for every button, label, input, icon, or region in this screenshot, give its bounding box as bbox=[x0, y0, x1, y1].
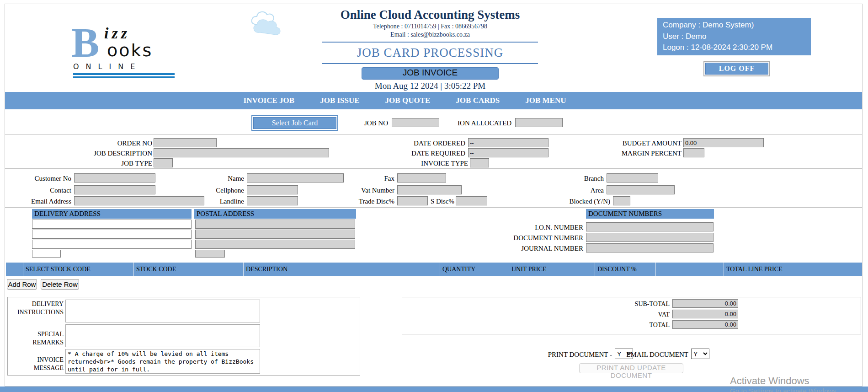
total-input[interactable] bbox=[672, 320, 738, 329]
stock-col-stock-code: STOCK CODE bbox=[134, 263, 244, 276]
invoice-message-textarea[interactable]: * A charge of 10% will be levied on all … bbox=[65, 349, 260, 374]
order-no-input[interactable] bbox=[154, 138, 217, 147]
s-disc-label: S Disc% bbox=[428, 198, 454, 205]
delete-row-button[interactable]: Delete Row bbox=[41, 279, 79, 290]
customer-no-input[interactable] bbox=[74, 173, 155, 183]
main-navbar: INVOICE JOB JOB ISSUE JOB QUOTE JOB CARD… bbox=[5, 92, 862, 109]
postal-address-line3-input[interactable] bbox=[195, 240, 355, 249]
postal-address-line1-input[interactable] bbox=[195, 220, 355, 229]
journal-number-label: JOURNAL NUMBER bbox=[492, 245, 583, 252]
ion-number-label: I.O.N. NUMBER bbox=[492, 224, 583, 231]
document-number-label: DOCUMENT NUMBER bbox=[492, 234, 583, 242]
delivery-address-line3-input[interactable] bbox=[32, 240, 192, 249]
current-datetime: Mon Aug 12 2024 | 3:05:22 PM bbox=[266, 81, 595, 91]
job-type-label: JOB TYPE bbox=[74, 160, 152, 167]
delivery-instructions-textarea[interactable] bbox=[65, 300, 260, 322]
nav-job-quote[interactable]: JOB QUOTE bbox=[385, 96, 431, 105]
activate-windows-watermark: Activate Windows bbox=[730, 375, 809, 387]
area-input[interactable] bbox=[607, 185, 675, 194]
vat-input[interactable] bbox=[672, 310, 738, 318]
trade-disc-label: Trade Disc% bbox=[349, 198, 394, 205]
stock-col-end-spacer bbox=[833, 263, 862, 276]
invoice-type-input[interactable] bbox=[470, 158, 489, 167]
postal-code-input[interactable] bbox=[195, 250, 225, 258]
fax-label: Fax bbox=[352, 175, 394, 183]
divider-line bbox=[322, 63, 538, 64]
stock-col-select-stock-code: SELECT STOCK CODE bbox=[23, 263, 134, 276]
journal-number-input[interactable] bbox=[586, 243, 714, 252]
doc-type-banner: JOB INVOICE bbox=[362, 67, 499, 80]
ion-allocated-input[interactable] bbox=[515, 118, 563, 127]
contact-line: Telephone : 0711014759 | Fax : 086695679… bbox=[266, 23, 595, 30]
date-required-input[interactable] bbox=[468, 148, 548, 157]
delivery-address-header: DELIVERY ADDRESS bbox=[32, 209, 192, 219]
app-title: Online Cloud Accounting Systems bbox=[266, 8, 595, 22]
margin-percent-input[interactable] bbox=[683, 148, 704, 157]
logo-letter-b: B bbox=[71, 18, 99, 67]
budget-amount-label: BUDGET AMOUNT bbox=[607, 140, 682, 147]
customer-section: Customer No Name Fax Branch Contact Cell… bbox=[5, 169, 862, 207]
document-number-input[interactable] bbox=[586, 233, 714, 242]
totals-box: SUB-TOTAL VAT TOTAL bbox=[402, 297, 861, 334]
log-off-label: LOG OFF bbox=[705, 63, 768, 75]
ion-number-input[interactable] bbox=[586, 222, 714, 231]
email-line: Email : sales@bizzbooks.co.za bbox=[266, 31, 595, 38]
nav-job-cards[interactable]: JOB CARDS bbox=[456, 96, 500, 105]
nav-job-menu[interactable]: JOB MENU bbox=[525, 96, 566, 105]
subtotal-input[interactable] bbox=[672, 299, 738, 308]
logo-izz: izz bbox=[104, 25, 130, 42]
session-logon: Logon : 12-08-2024 2:30:20 PM bbox=[663, 42, 805, 54]
delivery-address-line1-input[interactable] bbox=[32, 220, 192, 229]
delivery-instructions-label: DELIVERY INSTRUCTIONS bbox=[12, 300, 64, 317]
job-type-input[interactable] bbox=[154, 158, 173, 167]
postal-address-line2-input[interactable] bbox=[195, 230, 355, 239]
stock-col-select-cell bbox=[6, 263, 23, 276]
logo-online: ONLINE bbox=[73, 62, 142, 71]
activate-windows-subtext: Go to Settings to activate Windows bbox=[730, 387, 836, 392]
divider-line bbox=[322, 42, 538, 43]
branch-label: Branch bbox=[558, 175, 604, 183]
vat-number-label: Vat Number bbox=[352, 187, 394, 194]
cellphone-label: Cellphone bbox=[188, 187, 244, 194]
log-off-button[interactable]: LOG OFF bbox=[703, 61, 770, 76]
name-input[interactable] bbox=[247, 173, 344, 183]
nav-invoice-job[interactable]: INVOICE JOB bbox=[244, 96, 295, 105]
special-remarks-textarea[interactable] bbox=[65, 324, 260, 347]
job-no-input[interactable] bbox=[392, 118, 439, 127]
print-and-update-button[interactable]: PRINT AND UPDATE DOCUMENT bbox=[579, 363, 683, 373]
date-ordered-label: DATE ORDERED bbox=[394, 140, 465, 147]
invoice-type-label: INVOICE TYPE bbox=[398, 160, 468, 167]
trade-disc-input[interactable] bbox=[397, 196, 428, 205]
postal-address-header: POSTAL ADDRESS bbox=[194, 209, 356, 219]
contact-input[interactable] bbox=[74, 185, 155, 194]
delivery-postal-code-input[interactable] bbox=[32, 250, 61, 258]
vat-label: VAT bbox=[594, 311, 670, 318]
add-row-button[interactable]: Add Row bbox=[7, 279, 37, 290]
email-document-select[interactable]: Y bbox=[691, 349, 709, 359]
stock-col-unit-price: UNIT PRICE bbox=[509, 263, 595, 276]
blocked-input[interactable] bbox=[613, 196, 630, 205]
date-ordered-input[interactable] bbox=[468, 138, 548, 147]
branch-input[interactable] bbox=[607, 173, 658, 183]
job-description-input[interactable] bbox=[154, 148, 329, 157]
email-address-input[interactable] bbox=[74, 196, 204, 205]
s-disc-input[interactable] bbox=[456, 196, 487, 205]
session-user: User : Demo bbox=[663, 31, 805, 43]
email-document-label: EMAIL DOCUMENT bbox=[623, 351, 688, 359]
session-info-box: Company : Demo System) User : Demo Logon… bbox=[657, 18, 811, 55]
delivery-address-line2-input[interactable] bbox=[32, 230, 192, 239]
contact-label: Contact bbox=[14, 187, 71, 194]
stock-col-spacer bbox=[656, 263, 724, 276]
stock-col-quantity: QUANTITY bbox=[440, 263, 509, 276]
cellphone-input[interactable] bbox=[247, 185, 298, 194]
fax-input[interactable] bbox=[397, 173, 446, 183]
nav-job-issue[interactable]: JOB ISSUE bbox=[320, 96, 359, 105]
budget-amount-input[interactable] bbox=[683, 138, 764, 147]
job-description-label: JOB DESCRIPTION bbox=[74, 150, 152, 157]
logo-ooks: ooks bbox=[107, 40, 153, 60]
job-no-label: JOB NO bbox=[325, 119, 388, 127]
ion-allocated-label: ION ALLOCATED bbox=[444, 119, 511, 127]
vat-number-input[interactable] bbox=[397, 185, 462, 194]
landline-input[interactable] bbox=[247, 196, 298, 205]
logo-bar bbox=[73, 73, 175, 75]
